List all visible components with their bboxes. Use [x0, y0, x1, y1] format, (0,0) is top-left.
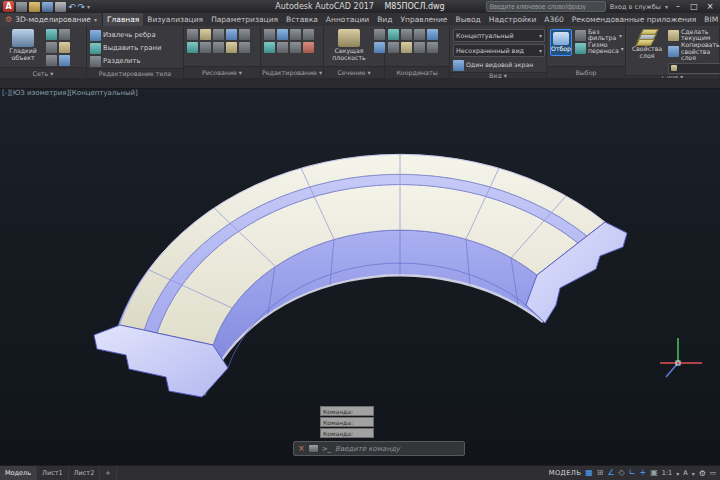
ribbon-icon[interactable]: [46, 29, 57, 40]
ribbon-icon[interactable]: [277, 29, 288, 40]
plot-icon[interactable]: [55, 2, 66, 12]
layer-properties-button[interactable]: Свойства слоя: [629, 29, 665, 60]
ribbon-icon[interactable]: [226, 42, 237, 53]
ribbon-icon[interactable]: [374, 42, 385, 53]
close-button[interactable]: ×: [704, 2, 716, 11]
ortho-toggle[interactable]: ∟: [629, 466, 636, 480]
tab-a360[interactable]: A360: [540, 13, 567, 26]
layer-list-dropdown[interactable]: ▾: [668, 63, 720, 74]
tab-addins[interactable]: Надстройки: [485, 13, 541, 26]
panel-label-draw[interactable]: Рисование ▾: [184, 66, 260, 78]
drawing-viewport[interactable]: [-][ЮЗ изометрия][Концептуальный]: [0, 88, 720, 466]
polar-toggle[interactable]: ∠: [607, 466, 614, 480]
panel-label-selection[interactable]: Выбор: [547, 66, 625, 78]
annotation-scale-button[interactable]: А: [683, 469, 687, 477]
panel-label-view[interactable]: Вид ▾: [450, 72, 546, 78]
scale-caret-icon[interactable]: ▾: [676, 470, 679, 477]
autocad-logo-icon[interactable]: A: [3, 1, 14, 12]
command-customize-icon[interactable]: [309, 445, 318, 452]
smooth-object-button[interactable]: Гладкий объект: [3, 29, 43, 62]
ribbon-icon[interactable]: [264, 42, 275, 53]
tracking-toggle[interactable]: +: [639, 466, 646, 480]
layout-tab-1[interactable]: Лист1: [37, 466, 69, 480]
tab-view[interactable]: Вид: [373, 13, 396, 26]
signin-caret-icon[interactable]: ▾: [665, 3, 668, 10]
command-input[interactable]: Введите команду: [335, 445, 400, 453]
ribbon-icon[interactable]: [59, 29, 70, 40]
filter-dropdown[interactable]: Без фильтра ▾: [575, 29, 622, 41]
search-input[interactable]: [486, 1, 606, 12]
ucs-icon[interactable]: [414, 29, 425, 40]
tab-home[interactable]: Главная: [103, 13, 143, 26]
redo-icon[interactable]: ↷: [78, 2, 86, 12]
ribbon-icon[interactable]: [187, 29, 198, 40]
panel-label-mesh[interactable]: Сеть ▾: [0, 67, 86, 78]
signin-button[interactable]: Вход в службы: [610, 3, 661, 11]
grid-toggle[interactable]: ▦: [585, 466, 593, 480]
extrude-faces-button[interactable]: Выдавить грани: [90, 42, 161, 54]
ribbon-icon[interactable]: [200, 29, 211, 40]
ribbon-icon[interactable]: [239, 42, 250, 53]
panel-label-section[interactable]: Сечение ▾: [324, 66, 384, 78]
ribbon-icon[interactable]: [264, 29, 275, 40]
extract-edges-button[interactable]: Извлечь ребра: [90, 29, 161, 41]
ribbon-icon[interactable]: [46, 42, 57, 53]
tab-parametric[interactable]: Параметризация: [207, 13, 282, 26]
ribbon-icon[interactable]: [187, 42, 198, 53]
ribbon-icon[interactable]: [59, 55, 70, 66]
customization-gear-icon[interactable]: ⚙: [699, 469, 706, 478]
layout-tab-model[interactable]: Модель: [0, 466, 37, 480]
panel-label-coordinates[interactable]: Координаты: [385, 66, 449, 78]
ucs-icon[interactable]: [427, 42, 438, 53]
ribbon-icon[interactable]: [290, 29, 301, 40]
tab-featured-apps[interactable]: Рекомендованные приложения: [568, 13, 701, 26]
ucs-icon[interactable]: [388, 42, 399, 53]
panel-label-layers[interactable]: Слои ▾: [626, 75, 719, 79]
ribbon-icon[interactable]: [59, 42, 70, 53]
section-plane-button[interactable]: Секущая плоскость: [327, 29, 371, 62]
tab-bim360[interactable]: BIM 360: [700, 13, 720, 26]
command-line[interactable]: × >_ Введите команду: [293, 441, 465, 456]
separate-button[interactable]: Разделить: [90, 55, 161, 67]
tab-output[interactable]: Вывод: [452, 13, 485, 26]
snap-toggle[interactable]: ⊞: [597, 466, 604, 480]
ribbon-icon[interactable]: [374, 29, 385, 40]
tab-insert[interactable]: Вставка: [282, 13, 322, 26]
ucs-icon[interactable]: [401, 29, 412, 40]
osnap-toggle[interactable]: ◇: [619, 466, 625, 480]
culling-button[interactable]: Отбор: [550, 29, 572, 56]
ribbon-icon[interactable]: [303, 29, 314, 40]
open-file-icon[interactable]: [29, 2, 40, 12]
new-file-icon[interactable]: [16, 2, 27, 12]
ribbon-icon[interactable]: [277, 42, 288, 53]
ribbon-icon[interactable]: [213, 29, 224, 40]
maximize-button[interactable]: □: [688, 2, 700, 11]
undo-icon[interactable]: ↶: [68, 2, 76, 12]
tab-annotate[interactable]: Аннотации: [322, 13, 373, 26]
layout-tab-add[interactable]: +: [100, 466, 116, 480]
annotation-caret-icon[interactable]: ▾: [692, 470, 695, 477]
named-view-dropdown[interactable]: Несохраненный вид ▾: [453, 44, 545, 57]
workspace-selector[interactable]: ⚙ 3D-моделирование ▾: [0, 13, 103, 26]
panel-label-solid-editing[interactable]: Редактирование тела: [87, 68, 183, 78]
ucs-icon[interactable]: [414, 42, 425, 53]
ribbon-icon[interactable]: [290, 42, 301, 53]
viewport-controls-label[interactable]: [-][ЮЗ изометрия][Концептуальный]: [2, 89, 138, 97]
ribbon-icon[interactable]: [213, 42, 224, 53]
qat-dropdown-icon[interactable]: ▾: [87, 3, 90, 10]
viewport-scale-button[interactable]: 1:1: [662, 469, 672, 477]
ucs-icon[interactable]: [388, 29, 399, 40]
visual-style-dropdown[interactable]: Концептуальный ▾: [453, 29, 545, 42]
command-close-icon[interactable]: ×: [298, 444, 305, 453]
ucs-icon[interactable]: [427, 29, 438, 40]
fullscreen-toggle[interactable]: ▭: [710, 469, 716, 477]
match-layer-button[interactable]: Копировать свойства слоя: [668, 42, 716, 62]
dynamic-input-toggle[interactable]: ▣: [650, 466, 658, 480]
save-icon[interactable]: [42, 2, 53, 12]
ribbon-icon[interactable]: [226, 29, 237, 40]
panel-label-modify[interactable]: Редактирование ▾: [261, 66, 323, 78]
model-space-label[interactable]: МОДЕЛЬ: [549, 469, 581, 477]
viewport-config-button[interactable]: Один видовой экран: [453, 59, 545, 71]
ribbon-icon[interactable]: [303, 42, 314, 53]
tab-manage[interactable]: Управление: [396, 13, 451, 26]
